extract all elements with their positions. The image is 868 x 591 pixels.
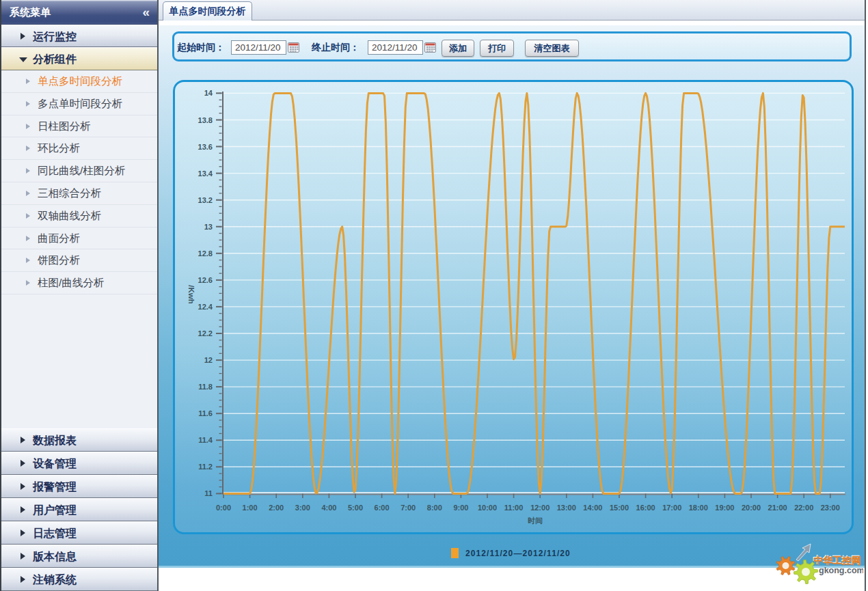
svg-text:13.4: 13.4 [198,169,213,178]
svg-text:14:00: 14:00 [583,504,602,512]
svg-text:13.6: 13.6 [198,143,213,151]
svg-text:17:00: 17:00 [662,504,681,512]
svg-text:2:00: 2:00 [269,504,284,512]
svg-text:12.2: 12.2 [198,329,213,338]
svg-text:12.4: 12.4 [198,303,213,311]
svg-text:7:00: 7:00 [401,504,416,512]
svg-text:中华工控网: 中华工控网 [813,555,861,566]
svg-text:12.6: 12.6 [198,276,213,284]
svg-text:0:00: 0:00 [216,504,231,512]
svg-text:16:00: 16:00 [636,504,655,512]
svg-text:13: 13 [204,223,213,231]
svg-text:12.8: 12.8 [198,249,213,258]
svg-text:4:00: 4:00 [321,504,336,512]
svg-text:15:00: 15:00 [610,504,629,512]
svg-text:12: 12 [204,356,213,364]
svg-text:11: 11 [204,489,213,497]
svg-text:23:00: 23:00 [821,504,840,512]
svg-text:10:00: 10:00 [478,504,497,512]
svg-text:11:00: 11:00 [504,504,524,512]
svg-text:14: 14 [204,89,213,97]
svg-text:13.8: 13.8 [198,116,213,124]
svg-text:21:00: 21:00 [768,504,787,512]
svg-text:13:00: 13:00 [557,504,576,512]
svg-text:3:00: 3:00 [295,504,310,512]
svg-text:/Kwh: /Kwh [187,285,195,303]
svg-text:1:00: 1:00 [243,504,258,512]
svg-text:6:00: 6:00 [375,504,390,512]
svg-text:22:00: 22:00 [794,504,813,512]
svg-text:11.8: 11.8 [198,383,213,391]
svg-text:19:00: 19:00 [715,504,734,512]
svg-text:13.2: 13.2 [198,196,213,204]
svg-text:11.4: 11.4 [198,436,213,444]
svg-text:时间: 时间 [528,517,543,525]
svg-text:11.6: 11.6 [198,409,213,417]
svg-text:18:00: 18:00 [689,504,708,512]
svg-text:11.2: 11.2 [198,463,213,471]
svg-text:12:00: 12:00 [530,504,550,512]
svg-text:8:00: 8:00 [427,504,442,512]
svg-text:20:00: 20:00 [742,504,761,512]
svg-text:5:00: 5:00 [348,504,363,512]
svg-text:gkong.com: gkong.com [819,566,863,575]
svg-text:9:00: 9:00 [453,504,468,512]
